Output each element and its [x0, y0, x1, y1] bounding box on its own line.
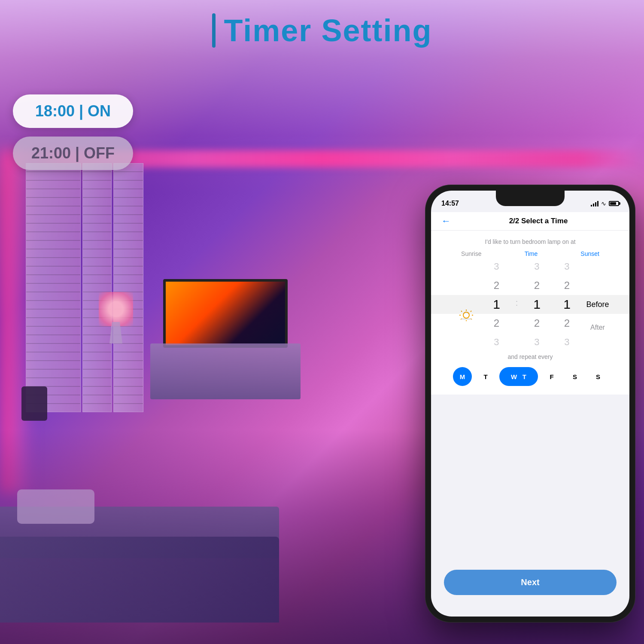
bed-base [0, 537, 279, 623]
timer-off-text: 21:00 | OFF [31, 144, 115, 162]
picker-item-selected: 1 [522, 295, 552, 314]
picker-item: 3 [481, 257, 511, 276]
blind-center [82, 163, 112, 412]
picker-item: 3 [522, 333, 552, 352]
phone-outer: 14:57 ∿ ← 2/2 Select a Ti [425, 185, 635, 623]
sunrise-column [451, 287, 481, 322]
timer-badges: 18:00 | ON 21:00 | OFF [13, 94, 133, 170]
sunrise-label: Sunrise [461, 250, 481, 257]
svg-point-0 [463, 312, 469, 318]
day-monday[interactable]: M [453, 367, 472, 386]
signal-bar-4 [597, 201, 598, 207]
subtitle-text: I'd like to turn bedroom lamp on at [431, 231, 629, 245]
phone-screen: 14:57 ∿ ← 2/2 Select a Ti [431, 191, 629, 617]
title-accent-bar [212, 13, 216, 48]
picker-item: 3 [522, 257, 552, 276]
time-colon: : [512, 298, 521, 311]
picker-item: 2 [552, 276, 582, 295]
picker-col-2[interactable]: 3 2 1 2 3 [522, 257, 552, 352]
speaker-device [21, 386, 47, 421]
battery-fill [610, 202, 616, 205]
time-picker[interactable]: 3 2 1 2 3 : 3 2 1 2 3 [431, 257, 629, 352]
screen-title: 2/2 Select a Time [458, 217, 619, 225]
page-title: Timer Setting [224, 13, 432, 48]
picker-item: 2 [481, 314, 511, 333]
tv-screen [163, 279, 288, 348]
sunrise-icon [459, 307, 474, 322]
blind-right [113, 163, 143, 412]
signal-bar-1 [591, 205, 592, 207]
title-area: Timer Setting [0, 13, 644, 48]
day-sunday[interactable]: S [589, 367, 608, 386]
day-friday[interactable]: F [542, 367, 561, 386]
picker-item: 2 [552, 314, 582, 333]
timer-on-badge: 18:00 | ON [13, 94, 133, 128]
phone-container: 14:57 ∿ ← 2/2 Select a Ti [425, 185, 635, 623]
time-label: Time [525, 250, 538, 257]
wifi-icon: ∿ [601, 200, 606, 207]
day-selector: M T W T F S S [440, 367, 621, 386]
tv-content [166, 282, 285, 345]
blind-slats-right [114, 164, 143, 412]
picker-col-3[interactable]: 3 2 1 2 3 [552, 257, 582, 352]
picker-item: 2 [481, 276, 511, 295]
svg-line-4 [471, 311, 471, 312]
tv-cabinet [150, 279, 301, 399]
bed-pillow [17, 489, 94, 524]
picker-item: 2 [522, 314, 552, 333]
picker-col-1[interactable]: 3 2 1 2 3 [481, 257, 511, 352]
next-button-area: Next [444, 570, 617, 595]
signal-bar-2 [593, 204, 594, 207]
signal-bar-3 [595, 202, 596, 207]
flower-decoration [99, 292, 133, 343]
picker-item: 3 [481, 333, 511, 352]
picker-item-selected: 1 [552, 295, 582, 314]
battery-icon [609, 201, 619, 206]
blind-left [26, 163, 81, 412]
picker-before-after[interactable]: Before After [586, 249, 609, 360]
blind-slats-center [83, 164, 111, 412]
flower-stems [99, 292, 133, 326]
blind-slats-left [26, 164, 80, 412]
cabinet-body [150, 343, 301, 399]
app-header: ← 2/2 Select a Time [431, 212, 629, 231]
back-button[interactable]: ← [441, 216, 451, 227]
picker-item: 3 [552, 333, 582, 352]
bed-area [0, 451, 292, 623]
picker-item: 2 [522, 276, 552, 295]
status-icons: ∿ [591, 200, 619, 207]
app-content: I'd like to turn bedroom lamp on at Sunr… [431, 231, 629, 395]
day-saturday[interactable]: S [565, 367, 584, 386]
picker-item: 3 [552, 257, 582, 276]
day-tuesday[interactable]: T [476, 367, 495, 386]
phone-notch [496, 191, 565, 206]
picker-item-selected: 1 [481, 295, 511, 314]
before-item[interactable]: Before [586, 295, 609, 314]
next-button[interactable]: Next [444, 570, 617, 595]
signal-icon [591, 200, 598, 207]
timer-on-text: 18:00 | ON [35, 102, 111, 120]
after-item[interactable]: After [590, 318, 605, 337]
svg-line-3 [461, 311, 462, 312]
timer-off-badge: 21:00 | OFF [13, 137, 133, 170]
day-wednesday-thursday[interactable]: W T [499, 367, 538, 386]
status-time: 14:57 [441, 200, 459, 207]
